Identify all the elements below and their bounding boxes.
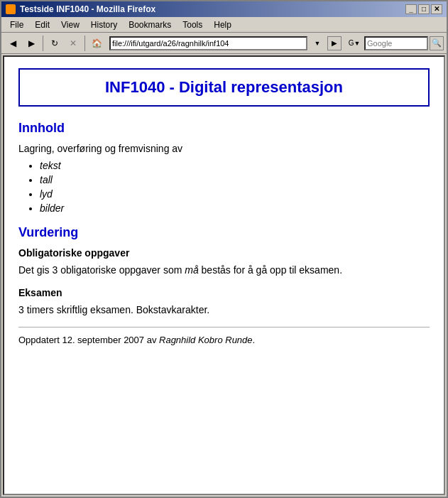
obligatoriske-text-after: bestås for å gå opp til eksamen. [199,264,342,276]
footer-author: Ragnhild Kobro Runde [159,335,253,345]
app-icon [6,4,16,14]
obligatoriske-text-italic: må [185,264,198,276]
go-button[interactable]: ▶ [327,36,342,50]
window-controls: _ □ ✕ [405,4,442,14]
obligatoriske-text-before: Det gis 3 obligatoriske oppgaver som [18,264,185,276]
home-button[interactable]: 🏠 [88,35,105,52]
footer: Oppdatert 12. september 2007 av Ragnhild… [18,335,430,345]
obligatoriske-subsection: Obligatoriske oppgaver Det gis 3 obligat… [18,247,430,276]
eksamen-heading: Eksamen [18,287,430,298]
list-item-tall: tall [40,174,430,185]
maximize-button[interactable]: □ [418,4,430,14]
innhold-heading: Innhold [18,121,430,136]
innhold-list: tekst tall lyd bilder [40,160,430,214]
title-bar: Testside INF1040 - Mozilla Firefox _ □ ✕ [1,1,447,17]
minimize-button[interactable]: _ [405,4,417,14]
footer-period: . [253,335,256,345]
menu-tools[interactable]: Tools [177,18,208,31]
vurdering-section: Vurdering Obligatoriske oppgaver Det gis… [18,225,430,315]
back-button[interactable]: ◀ [4,35,21,52]
menu-view[interactable]: View [55,18,85,31]
eksamen-subsection: Eksamen 3 timers skriftlig eksamen. Boks… [18,287,430,315]
footer-divider [18,327,430,328]
list-item-lyd: lyd [40,188,430,200]
menu-help[interactable]: Help [208,18,237,31]
forward-button[interactable]: ▶ [23,35,40,52]
obligatoriske-heading: Obligatoriske oppgaver [18,247,430,259]
window-title: Testside INF1040 - Mozilla Firefox [20,4,155,14]
innhold-section: Innhold Lagring, overføring og fremvisni… [18,121,430,214]
page-title-box: INF1040 - Digital representasjon [18,68,430,107]
menu-bar: File Edit View History Bookmarks Tools H… [1,17,447,33]
stop-button[interactable]: ✕ [65,35,82,52]
toolbar-separator-2 [84,36,85,51]
search-input[interactable] [364,36,428,50]
address-input[interactable] [109,36,307,50]
vurdering-heading: Vurdering [18,225,430,240]
toolbar: ◀ ▶ ↻ ✕ 🏠 ▼ ▶ G▼ 🔍 [1,33,447,54]
reload-button[interactable]: ↻ [46,35,63,52]
list-item-bilder: bilder [40,202,430,214]
menu-edit[interactable]: Edit [29,18,55,31]
search-engine-icon[interactable]: G▼ [346,35,363,52]
eksamen-text: 3 timers skriftlig eksamen. Bokstavkarak… [18,304,430,315]
page-title: INF1040 - Digital representasjon [105,78,343,96]
search-button[interactable]: 🔍 [430,36,444,50]
browser-window: Testside INF1040 - Mozilla Firefox _ □ ✕… [0,0,448,498]
search-area: G▼ 🔍 [346,35,444,52]
address-bar: ▼ ▶ [109,36,342,51]
list-item-tekst: tekst [40,160,430,171]
footer-updated: Oppdatert 12. september 2007 av [18,335,159,345]
page-content: INF1040 - Digital representasjon Innhold… [3,55,445,495]
menu-bookmarks[interactable]: Bookmarks [123,18,177,31]
menu-file[interactable]: File [4,18,29,31]
toolbar-separator-1 [43,36,43,51]
menu-history[interactable]: History [85,18,123,31]
close-button[interactable]: ✕ [431,4,442,14]
innhold-intro: Lagring, overføring og fremvisning av [18,143,430,154]
obligatoriske-text: Det gis 3 obligatoriske oppgaver som må … [18,264,430,276]
dropdown-arrow-button[interactable]: ▼ [309,35,326,52]
